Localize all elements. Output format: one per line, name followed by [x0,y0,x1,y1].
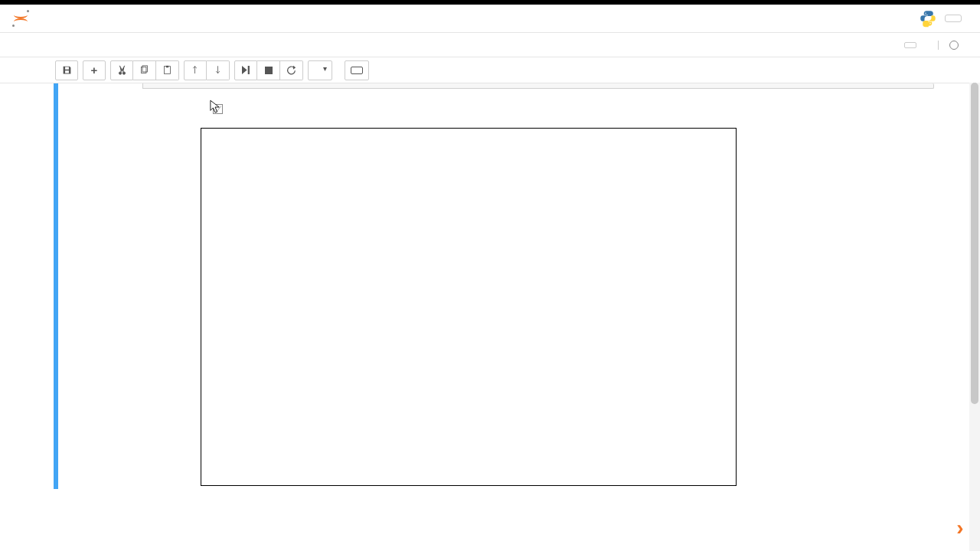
celltype-select[interactable] [308,60,332,80]
menubar [0,33,980,57]
scrollbar-thumb[interactable] [971,83,978,404]
run-button[interactable] [234,60,257,80]
cut-button[interactable] [110,60,133,80]
kernel-indicator[interactable] [938,41,959,50]
trusted-indicator[interactable] [904,42,916,48]
add-cell-button[interactable]: + [83,60,106,80]
interrupt-button[interactable] [257,60,280,80]
jupyter-icon [12,10,29,27]
copy-button[interactable] [133,60,156,80]
matplotlib-plot [162,122,744,489]
cell-output [142,89,934,489]
move-up-button[interactable]: 🡑 [184,60,207,80]
x-checkbox[interactable] [213,104,223,114]
paste-button[interactable] [156,60,179,80]
svg-rect-3 [166,66,168,67]
move-down-button[interactable]: 🡓 [207,60,230,80]
logout-button[interactable] [945,15,962,22]
code-editor[interactable] [142,83,934,89]
kernel-idle-icon [949,41,959,50]
toolbar: + 🡑 🡓 [0,57,980,83]
keyboard-icon [351,67,363,74]
interact-widget [149,96,934,122]
plot-line [201,128,737,486]
packt-logo: › [955,516,963,540]
code-cell[interactable] [54,83,949,489]
jupyter-logo[interactable] [12,10,32,27]
svg-rect-4 [265,67,273,74]
scrollbar[interactable] [969,83,980,551]
command-palette-button[interactable] [345,60,369,80]
cell-prompt [58,83,142,489]
notebook-area [0,83,980,489]
restart-button[interactable] [280,60,303,80]
save-button[interactable] [55,60,78,80]
python-icon [919,9,937,28]
header [0,5,980,33]
